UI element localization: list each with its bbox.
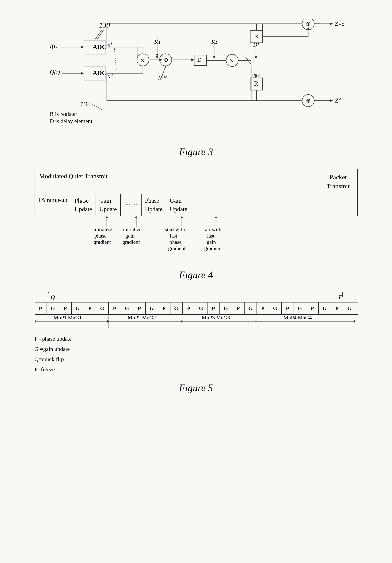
phase-update-2-seg: PhaseUpdate bbox=[142, 194, 166, 216]
svg-text:gradient: gradient bbox=[93, 239, 111, 245]
svg-line-17 bbox=[114, 48, 116, 70]
svg-text:phase: phase bbox=[170, 239, 182, 245]
svg-marker-116 bbox=[341, 292, 344, 293]
svg-marker-134 bbox=[354, 320, 355, 323]
pg-cell-3: G bbox=[72, 303, 84, 314]
svg-text:D is delay element: D is delay element bbox=[50, 118, 92, 124]
legend-f: F=freeze bbox=[35, 364, 358, 375]
svg-marker-43 bbox=[191, 59, 194, 61]
svg-text:D: D bbox=[197, 56, 202, 63]
svg-marker-90 bbox=[105, 216, 108, 218]
svg-text:-: - bbox=[309, 19, 311, 24]
figure4-diagram: Modulated Quiet Transmit PacketTransmit … bbox=[35, 169, 358, 266]
svg-text:R: R bbox=[254, 80, 258, 87]
svg-text:MuP3 MuG3: MuP3 MuG3 bbox=[202, 315, 230, 320]
pg-cell-13: G bbox=[195, 303, 208, 314]
figure5-diagram: Q F P G P G P G P G P G P G P bbox=[35, 292, 358, 375]
figure5-qf-labels-svg: Q F bbox=[35, 292, 358, 301]
pg-cell-17: G bbox=[245, 303, 257, 314]
svg-marker-77 bbox=[330, 99, 333, 102]
svg-text:gradient: gradient bbox=[204, 245, 222, 251]
pg-cell-10: P bbox=[158, 303, 170, 314]
svg-text:initialize: initialize bbox=[93, 227, 112, 232]
pg-cell-16: P bbox=[232, 303, 245, 314]
pg-cell-25: G bbox=[343, 303, 356, 314]
pg-cell-22: P bbox=[306, 303, 319, 314]
gain-update-1-seg: GainUpdate bbox=[96, 194, 121, 216]
svg-marker-41 bbox=[213, 56, 215, 59]
svg-text:F: F bbox=[339, 294, 342, 300]
pg-cell-12: P bbox=[183, 303, 195, 314]
pg-cell-14: P bbox=[208, 303, 220, 314]
svg-text:R: R bbox=[254, 32, 258, 39]
legend-g: G =gain update bbox=[35, 344, 358, 354]
svg-text:⨉: ⨉ bbox=[141, 56, 144, 63]
svg-text:ADC: ADC bbox=[92, 69, 107, 76]
legend-q: Q=quick flip bbox=[35, 354, 358, 364]
svg-text:MuP1 MuG1: MuP1 MuG1 bbox=[53, 315, 82, 320]
figure5-title: Figure 5 bbox=[15, 382, 377, 393]
svg-text:⊕: ⊕ bbox=[163, 57, 168, 63]
svg-text:xᴵ: xᴵ bbox=[107, 41, 112, 48]
pg-cell-23: G bbox=[319, 303, 331, 314]
svg-text:Zᴬ: Zᴬ bbox=[335, 97, 341, 104]
gain-update-2-seg: GainUpdate bbox=[166, 194, 191, 216]
svg-text:last: last bbox=[170, 233, 177, 239]
svg-text:phase: phase bbox=[94, 233, 107, 239]
dots-seg: ⋯⋯ bbox=[121, 194, 142, 216]
pg-cell-8: P bbox=[133, 303, 146, 314]
svg-text:gradient: gradient bbox=[122, 239, 140, 245]
figure4-title: Figure 4 bbox=[15, 269, 377, 281]
svg-marker-70 bbox=[330, 22, 333, 25]
pg-cell-20: P bbox=[282, 303, 294, 314]
figure4-arrows-svg: initialize phase gradient initialize gai… bbox=[35, 216, 358, 266]
page: 130 I(t) Q(t) ADC ADC xᴵ xᴬ bbox=[0, 0, 392, 563]
svg-text:132: 132 bbox=[80, 100, 91, 108]
phase-update-1-seg: PhaseUpdate bbox=[71, 194, 96, 216]
modulated-quiet-label: Modulated Quiet Transmit bbox=[35, 169, 319, 194]
svg-marker-94 bbox=[181, 216, 183, 218]
pg-cells-row: P G P G P G P G P G P G P G P G P G P G bbox=[35, 302, 358, 315]
svg-text:start with: start with bbox=[165, 227, 185, 232]
svg-text:gain: gain bbox=[207, 239, 216, 245]
svg-text:⨉: ⨉ bbox=[230, 57, 234, 64]
pg-cell-9: G bbox=[146, 303, 158, 314]
svg-text:Q: Q bbox=[51, 294, 55, 300]
svg-text:ADC: ADC bbox=[92, 43, 107, 50]
svg-marker-118 bbox=[35, 320, 36, 323]
pg-cell-24: P bbox=[331, 303, 343, 314]
svg-text:Z₋₁: Z₋₁ bbox=[335, 20, 344, 27]
mu-arrows-row: MuP1 MuG1 MuP2 MuG2 MuP3 MuG3 bbox=[35, 315, 358, 328]
svg-text:start with: start with bbox=[201, 227, 221, 232]
pg-cell-2: P bbox=[59, 303, 72, 314]
svg-line-2 bbox=[97, 29, 104, 39]
svg-text:last: last bbox=[207, 233, 215, 239]
pg-cell-5: G bbox=[96, 303, 109, 314]
svg-line-1 bbox=[95, 29, 102, 39]
svg-text:I(t): I(t) bbox=[50, 42, 58, 49]
svg-marker-96 bbox=[215, 216, 217, 218]
svg-text:MuP2 MuG2: MuP2 MuG2 bbox=[128, 315, 156, 320]
svg-line-88 bbox=[92, 104, 103, 110]
figure5-mu-svg: MuP1 MuG1 MuP2 MuG2 MuP3 MuG3 bbox=[35, 315, 358, 328]
svg-text:R is register: R is register bbox=[50, 111, 77, 117]
pg-cell-6: P bbox=[109, 303, 121, 314]
svg-text:xᴬ: xᴬ bbox=[107, 73, 113, 79]
legend-p: P =phase update bbox=[35, 334, 358, 344]
pg-cell-11: G bbox=[170, 303, 183, 314]
figure3-title: Figure 3 bbox=[15, 146, 377, 157]
svg-text:gain: gain bbox=[125, 233, 134, 239]
svg-text:gradient: gradient bbox=[168, 245, 186, 251]
pg-cell-1: G bbox=[47, 303, 59, 314]
pg-cell-7: G bbox=[121, 303, 133, 314]
svg-text:K₂: K₂ bbox=[211, 38, 218, 45]
svg-text:initialize: initialize bbox=[123, 227, 142, 232]
svg-text:⊕: ⊕ bbox=[306, 97, 311, 104]
svg-marker-113 bbox=[48, 292, 50, 293]
svg-text:MuP4 MuG4: MuP4 MuG4 bbox=[284, 315, 312, 320]
pa-ramp-seg: PA ramp-up bbox=[35, 194, 71, 216]
pg-cell-21: G bbox=[294, 303, 306, 314]
figure3-diagram: 130 I(t) Q(t) ADC ADC xᴵ xᴬ bbox=[25, 19, 367, 144]
figure5-legend: P =phase update G =gain update Q=quick f… bbox=[35, 334, 358, 375]
svg-text:Q(t): Q(t) bbox=[50, 69, 60, 75]
